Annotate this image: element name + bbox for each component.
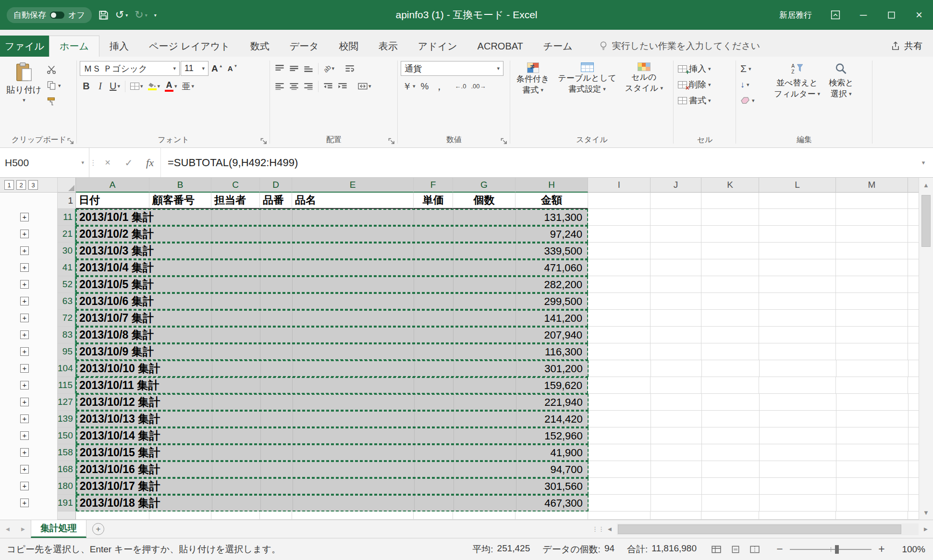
undo-button[interactable]: ↺▾ (115, 9, 128, 21)
cell[interactable] (760, 478, 836, 495)
cell[interactable] (701, 327, 759, 343)
increase-font-button[interactable]: A▲ (209, 61, 225, 76)
cell[interactable] (588, 293, 651, 310)
cell[interactable] (836, 394, 908, 411)
cell[interactable] (759, 343, 836, 360)
cell[interactable] (701, 226, 759, 243)
selected-range-row[interactable]: 2013/10/14 集計152,960 (76, 427, 589, 444)
clear-button[interactable]: ▾ (739, 94, 769, 107)
cell[interactable] (651, 360, 702, 377)
autosave-toggle[interactable]: 自動保存 オフ (7, 7, 92, 23)
cell[interactable] (836, 293, 908, 310)
cell[interactable] (589, 394, 651, 411)
selected-range-row[interactable]: 2013/10/17 集計301,560 (76, 478, 589, 495)
horizontal-scroll-track[interactable] (617, 523, 919, 535)
cell[interactable] (836, 377, 908, 394)
row-header-63[interactable]: 63 (58, 293, 76, 310)
cell[interactable] (651, 377, 701, 394)
header-cell-E[interactable]: 品名 (292, 193, 414, 209)
align-top-button[interactable] (273, 61, 286, 76)
cell[interactable] (836, 276, 908, 293)
font-size-select[interactable]: 11▾ (181, 61, 209, 76)
selected-range-row[interactable]: 2013/10/6 集計299,500 (76, 293, 588, 310)
share-button[interactable]: 共有 (891, 36, 922, 57)
italic-button[interactable]: I (94, 79, 107, 94)
outline-expand-button[interactable]: + (20, 330, 29, 339)
format-cells-button[interactable]: 書式▾ (676, 94, 733, 107)
header-cell-A[interactable]: 日付 (76, 193, 149, 209)
tab-数式[interactable]: 数式 (240, 36, 280, 57)
cell[interactable] (759, 193, 836, 209)
autosum-button[interactable]: Σ▾ (739, 62, 769, 75)
cell[interactable] (651, 310, 701, 327)
column-header-C[interactable]: C (211, 178, 260, 193)
cell[interactable] (588, 310, 651, 327)
column-header-M[interactable]: M (836, 178, 908, 193)
scroll-right-button[interactable]: ► (919, 525, 933, 533)
cell[interactable] (759, 377, 836, 394)
select-all-corner[interactable] (58, 178, 76, 193)
cell[interactable] (759, 226, 836, 243)
row-header-95[interactable]: 95 (58, 343, 76, 360)
cell-styles-button[interactable]: セルの スタイル▾ (622, 61, 666, 95)
cell[interactable] (588, 259, 651, 276)
cell[interactable] (589, 411, 651, 427)
selected-range-row[interactable]: 2013/10/9 集計116,300 (76, 343, 588, 360)
outline-expand-button[interactable]: + (20, 297, 29, 305)
close-button[interactable]: × (905, 0, 933, 30)
header-cell-H[interactable]: 金額 (516, 193, 588, 209)
font-name-select[interactable]: ＭＳ Ｐゴシック▾ (80, 61, 180, 76)
tab-データ[interactable]: データ (280, 36, 329, 57)
redo-button[interactable]: ↻▾ (135, 9, 147, 21)
zoom-in-button[interactable]: + (876, 544, 887, 555)
row-header-21[interactable]: 21 (58, 226, 76, 243)
cell[interactable] (589, 478, 651, 495)
outline-level-3-button[interactable]: 3 (28, 180, 38, 190)
outline-expand-button[interactable]: + (20, 280, 29, 289)
column-header-J[interactable]: J (651, 178, 701, 193)
column-header-G[interactable]: G (453, 178, 516, 193)
accounting-format-button[interactable]: ￥▾ (401, 79, 417, 94)
tab-scroll-splitter[interactable]: ⋮⋮ (594, 520, 602, 538)
phonetic-button[interactable]: 亜▾ (180, 79, 196, 94)
cancel-button[interactable]: × (97, 148, 118, 177)
bold-button[interactable]: B (80, 79, 93, 94)
font-dialog-launcher[interactable] (260, 138, 268, 145)
cell[interactable] (589, 495, 651, 511)
alignment-dialog-launcher[interactable] (388, 138, 395, 145)
selected-range-row[interactable]: 2013/10/5 集計282,200 (76, 276, 588, 293)
cell[interactable] (759, 310, 836, 327)
cell[interactable] (760, 495, 836, 511)
fill-button[interactable]: ↓▾ (739, 78, 769, 91)
cell[interactable] (651, 209, 701, 226)
tab-file[interactable]: ファイル (0, 36, 49, 57)
cell[interactable] (651, 427, 702, 444)
cell[interactable] (836, 427, 908, 444)
tab-チーム[interactable]: チーム (533, 36, 583, 57)
outline-expand-button[interactable]: + (20, 381, 29, 390)
cell[interactable] (759, 327, 836, 343)
cell[interactable] (836, 360, 908, 377)
column-header-K[interactable]: K (701, 178, 759, 193)
outline-expand-button[interactable]: + (20, 499, 29, 507)
cell[interactable] (836, 209, 908, 226)
sort-filter-button[interactable]: AZ 並べ替えと フィルター▾ (771, 61, 823, 107)
scroll-left-button[interactable]: ◄ (602, 525, 617, 533)
cell[interactable] (836, 411, 908, 427)
formula-bar-splitter[interactable]: ⋮ (89, 148, 97, 177)
outline-level-2-button[interactable]: 2 (16, 180, 26, 190)
tell-me-box[interactable]: 実行したい作業を入力してください (599, 36, 760, 57)
formula-bar-expand-button[interactable]: ▾ (914, 148, 933, 177)
ribbon-display-options-button[interactable] (822, 0, 849, 30)
find-select-button[interactable]: 検索と 選択▾ (825, 61, 857, 107)
wrap-text-button[interactable] (343, 61, 356, 76)
align-right-button[interactable] (302, 79, 315, 94)
decrease-indent-button[interactable] (321, 79, 335, 94)
cell[interactable] (651, 259, 701, 276)
cell[interactable] (836, 193, 908, 209)
number-format-select[interactable]: 通貨▾ (401, 61, 503, 76)
vertical-scroll-thumb[interactable] (921, 195, 931, 247)
increase-decimal-button[interactable]: ←.0 (453, 79, 468, 94)
cell[interactable] (588, 209, 651, 226)
borders-button[interactable]: ▾ (128, 79, 145, 94)
